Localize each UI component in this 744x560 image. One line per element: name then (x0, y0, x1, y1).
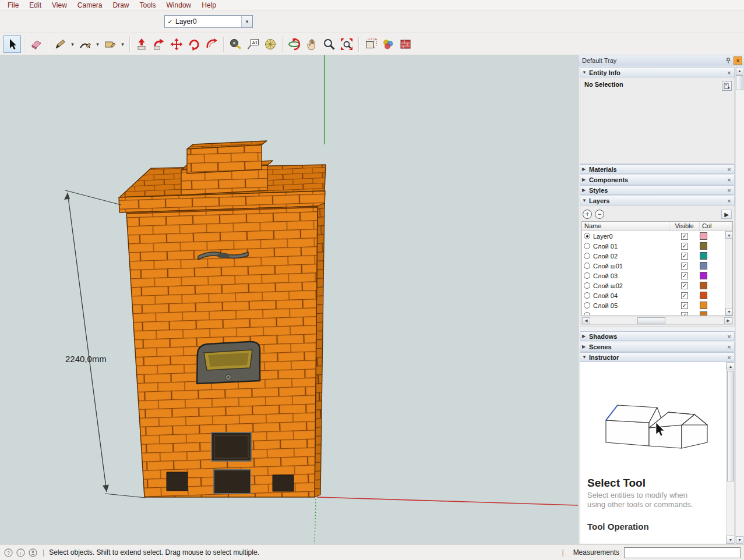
instructor-scroll-thumb[interactable] (727, 371, 734, 481)
menu-tools[interactable]: Tools (135, 1, 161, 10)
section-header-materials[interactable]: ▶ Materials × (580, 164, 735, 174)
visible-checkbox[interactable]: ✓ (681, 263, 688, 270)
visible-checkbox[interactable]: ✓ (681, 243, 688, 250)
layer-color-swatch[interactable] (700, 282, 707, 289)
layers-details-button[interactable]: ▶ (721, 210, 732, 219)
ash-opening-left[interactable] (167, 472, 188, 491)
visible-checkbox[interactable]: ✓ (681, 312, 688, 316)
protractor-tool-button[interactable] (262, 36, 279, 53)
menu-edit[interactable]: Edit (24, 1, 47, 10)
section-header-scenes[interactable]: ▶ Scenes × (580, 342, 735, 352)
section-header-instructor[interactable]: ▼ Instructor × (580, 352, 735, 362)
tape-measure-tool-button[interactable] (227, 36, 244, 53)
text-tool-button[interactable]: A1 (244, 36, 262, 53)
visible-checkbox[interactable]: ✓ (681, 233, 688, 240)
layer-row[interactable]: Слой 04 ✓ (582, 290, 725, 300)
scroll-up-arrow[interactable]: ▲ (725, 231, 733, 239)
masonry-heater-model[interactable] (119, 141, 326, 497)
chevron-collapsed-icon[interactable]: ▶ (582, 344, 589, 349)
oven-door[interactable] (197, 342, 260, 384)
layer-radio[interactable] (584, 272, 590, 279)
layer-row[interactable]: Слой 03 ✓ (582, 271, 725, 281)
layer-color-swatch[interactable] (700, 272, 707, 279)
layer-row[interactable]: Слой 01 ✓ (582, 241, 725, 251)
chevron-collapsed-icon[interactable]: ▶ (582, 166, 589, 172)
close-icon[interactable]: × (725, 197, 733, 204)
section-header-components[interactable]: ▶ Components × (580, 175, 735, 185)
layer-radio[interactable] (584, 233, 590, 239)
scroll-down-arrow[interactable]: ▼ (736, 536, 743, 544)
chevron-down-icon[interactable]: ▾ (241, 16, 252, 27)
column-header-name[interactable]: Name (582, 222, 669, 231)
chevron-collapsed-icon[interactable]: ▶ (582, 177, 589, 182)
chevron-expanded-icon[interactable]: ▼ (582, 70, 589, 75)
info-icon[interactable]: i (16, 548, 26, 558)
close-icon[interactable]: × (725, 69, 733, 76)
scroll-up-arrow[interactable]: ▲ (736, 67, 743, 75)
layer-radio[interactable] (584, 292, 590, 299)
delete-layer-button[interactable]: − (595, 210, 604, 219)
column-header-visible[interactable]: Visible (669, 222, 700, 231)
tray-scrollbar[interactable]: ▲ ▼ (735, 67, 743, 544)
scroll-up-arrow[interactable]: ▲ (727, 362, 735, 370)
layer-row-clipped[interactable]: ✓ (582, 310, 725, 316)
scroll-right-arrow[interactable]: ▶ (724, 317, 732, 324)
help-icon[interactable]: ? (3, 548, 13, 558)
visible-checkbox[interactable]: ✓ (681, 302, 688, 309)
chevron-expanded-icon[interactable]: ▼ (582, 198, 589, 203)
styles-button[interactable] (379, 36, 397, 53)
zoom-extents-tool-button[interactable] (338, 36, 355, 53)
menu-file[interactable]: File (2, 1, 24, 10)
close-icon[interactable]: × (725, 187, 733, 194)
layer-color-swatch[interactable] (700, 252, 707, 260)
scroll-down-arrow[interactable]: ▼ (725, 308, 733, 316)
viewport-canvas[interactable]: 2240,0mm (0, 55, 578, 544)
materials-button[interactable] (397, 36, 414, 53)
layers-horizontal-scrollbar[interactable]: ◀ ▶ (581, 317, 733, 325)
section-header-shadows[interactable]: ▶ Shadows × (580, 331, 735, 341)
close-icon[interactable]: × (725, 343, 733, 350)
line-tool-button[interactable] (51, 36, 69, 53)
orbit-tool-button[interactable] (285, 36, 303, 53)
chevron-expanded-icon[interactable]: ▼ (582, 355, 589, 360)
move-tool-button[interactable] (168, 36, 185, 53)
scroll-left-arrow[interactable]: ◀ (582, 317, 590, 324)
visible-checkbox[interactable]: ✓ (681, 253, 688, 260)
layer-color-swatch[interactable] (700, 311, 707, 316)
follow-me-tool-button[interactable] (150, 36, 168, 53)
scroll-down-arrow[interactable]: ▼ (727, 536, 735, 544)
tray-title-bar[interactable]: Default Tray × (579, 55, 744, 66)
arc-tool-button[interactable] (76, 36, 94, 53)
pin-icon[interactable] (724, 56, 732, 65)
section-header-styles[interactable]: ▶ Styles × (580, 185, 735, 195)
layer-row[interactable]: Слой ш01 ✓ (582, 261, 725, 271)
tray-scroll-thumb[interactable] (736, 75, 743, 90)
menu-view[interactable]: View (47, 1, 72, 10)
pan-tool-button[interactable] (303, 36, 320, 53)
tray-close-button[interactable]: × (734, 56, 742, 65)
layer-color-swatch[interactable] (700, 232, 707, 240)
zoom-tool-button[interactable] (320, 36, 338, 53)
menu-camera[interactable]: Camera (72, 1, 108, 10)
instructor-scrollbar[interactable]: ▲ ▼ (726, 362, 734, 544)
back-edges-style-button[interactable] (362, 36, 379, 53)
ash-door-center[interactable] (214, 470, 251, 494)
visible-checkbox[interactable]: ✓ (681, 282, 688, 289)
close-icon[interactable]: × (725, 176, 733, 183)
layer-radio[interactable] (584, 312, 590, 316)
layer-color-swatch[interactable] (700, 242, 707, 250)
column-header-color[interactable]: Col (700, 222, 732, 231)
layer-radio[interactable] (584, 253, 590, 259)
menu-help[interactable]: Help (196, 1, 221, 10)
select-tool-button[interactable] (3, 36, 21, 53)
layer-color-swatch[interactable] (700, 302, 707, 309)
arc-tool-dropdown[interactable]: ▾ (94, 36, 101, 53)
ash-opening-right[interactable] (273, 475, 294, 491)
layer-combobox[interactable]: ✓ Layer0 ▾ (164, 15, 253, 28)
model-viewport[interactable]: 2240,0mm (0, 55, 578, 544)
layer-color-swatch[interactable] (700, 292, 707, 299)
section-header-layers[interactable]: ▼ Layers × (580, 196, 735, 205)
measurements-input[interactable] (624, 547, 741, 558)
layer-row[interactable]: Слой 02 ✓ (582, 251, 725, 261)
layer-radio[interactable] (584, 243, 590, 249)
